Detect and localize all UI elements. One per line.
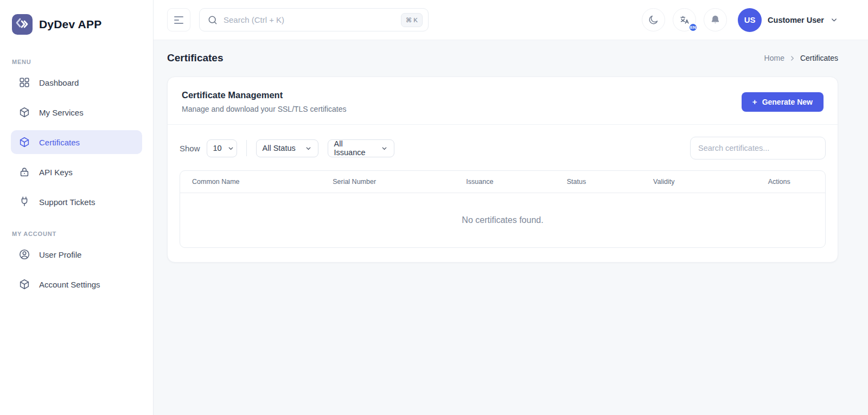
sidebar-section-my-account: MY ACCOUNT: [12, 231, 142, 237]
chevron-down-icon: [381, 145, 388, 152]
filter-divider: [246, 140, 247, 156]
page-size-select[interactable]: 10: [207, 139, 237, 157]
show-label: Show: [180, 144, 200, 153]
notifications-button[interactable]: [704, 8, 727, 31]
grid-icon: [18, 76, 30, 88]
app-title: DyDev APP: [39, 18, 101, 31]
plus-icon: +: [752, 98, 757, 106]
sidebar-item-label: Dashboard: [39, 78, 79, 87]
search-input[interactable]: [224, 15, 395, 24]
cube-icon: [18, 278, 30, 290]
table-header-row: Common Name Serial Number Issuance Statu…: [180, 171, 825, 193]
chevron-down-icon: [305, 145, 312, 152]
sidebar-item-user-profile[interactable]: User Profile: [11, 242, 142, 266]
translate-icon: [679, 14, 691, 26]
avatar: US: [738, 8, 762, 32]
status-filter-value: All Status: [263, 144, 296, 152]
sidebar-section-menu: MENU: [12, 59, 142, 65]
column-header-validity: Validity: [641, 178, 756, 186]
global-search[interactable]: ⌘ K: [199, 8, 429, 31]
sidebar-item-label: Certificates: [39, 138, 80, 147]
user-circle-icon: [18, 248, 30, 260]
sidebar-item-certificates[interactable]: Certificates: [11, 130, 142, 154]
language-badge: EN: [688, 23, 698, 32]
generate-new-label: Generate New: [762, 98, 813, 106]
plug-icon: [18, 196, 30, 208]
breadcrumb-current: Certificates: [800, 54, 838, 62]
keyboard-shortcut-badge: ⌘ K: [401, 13, 423, 27]
issuance-filter-value: All Issuance: [334, 139, 375, 157]
sidebar-item-account-settings[interactable]: Account Settings: [11, 272, 142, 296]
card-title: Certificate Management: [182, 90, 347, 100]
column-header-status: Status: [555, 178, 641, 186]
app-logo[interactable]: DyDev APP: [11, 14, 142, 35]
chevron-right-icon: [789, 55, 796, 62]
generate-new-button[interactable]: + Generate New: [742, 92, 824, 112]
dark-mode-toggle[interactable]: [642, 8, 665, 31]
sidebar-item-label: API Keys: [39, 168, 73, 177]
sidebar: DyDev APP MENU Dashboard My Services Cer…: [0, 0, 154, 415]
sidebar-item-label: Account Settings: [39, 280, 100, 289]
issuance-filter-select[interactable]: All Issuance: [328, 139, 394, 157]
lock-icon: [18, 166, 30, 178]
chevron-down-icon: [227, 145, 234, 152]
sidebar-toggle-button[interactable]: [167, 8, 190, 31]
sidebar-item-label: My Services: [39, 108, 84, 117]
empty-state-message: No certificates found.: [180, 193, 825, 247]
breadcrumb-home-link[interactable]: Home: [764, 54, 784, 62]
status-filter-select[interactable]: All Status: [256, 139, 318, 157]
content-area: Certificates Home Certificates Certifica…: [154, 40, 868, 415]
cube-icon: [18, 136, 30, 148]
sidebar-item-my-services[interactable]: My Services: [11, 100, 142, 124]
sidebar-item-support-tickets[interactable]: Support Tickets: [11, 190, 142, 214]
certificate-management-card: Certificate Management Manage and downlo…: [167, 76, 838, 263]
card-subtitle: Manage and download your SSL/TLS certifi…: [182, 105, 347, 113]
page-title: Certificates: [167, 52, 224, 64]
app-logo-icon: [12, 14, 33, 35]
sidebar-item-dashboard[interactable]: Dashboard: [11, 71, 142, 94]
column-header-issuance: Issuance: [454, 178, 554, 186]
user-name: Customer User: [768, 16, 824, 24]
sidebar-item-label: User Profile: [39, 250, 81, 259]
top-bar: ⌘ K EN: [154, 0, 868, 40]
certificates-table: Common Name Serial Number Issuance Statu…: [180, 170, 826, 248]
sidebar-item-api-keys[interactable]: API Keys: [11, 160, 142, 184]
moon-icon: [648, 14, 659, 25]
language-switcher[interactable]: EN: [673, 8, 696, 31]
bell-icon: [710, 14, 721, 25]
breadcrumb: Home Certificates: [764, 54, 838, 62]
column-header-serial-number: Serial Number: [321, 178, 454, 186]
column-header-actions: Actions: [756, 178, 825, 186]
page-size-value: 10: [213, 144, 222, 152]
user-menu[interactable]: US Customer User: [738, 8, 838, 32]
search-icon: [207, 15, 218, 25]
cube-icon: [18, 106, 30, 118]
certificate-search-input[interactable]: [690, 137, 826, 159]
column-header-common-name: Common Name: [180, 178, 321, 186]
sidebar-item-label: Support Tickets: [39, 197, 95, 207]
chevron-down-icon: [830, 16, 838, 24]
